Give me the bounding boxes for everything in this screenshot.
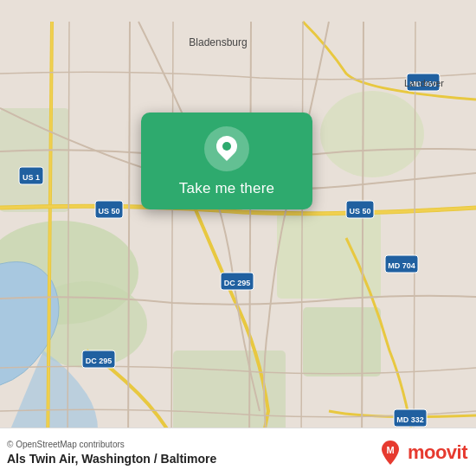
location-card: Take me there xyxy=(141,113,312,209)
svg-rect-6 xyxy=(0,108,69,212)
bottom-left-info: © OpenStreetMap contributors Als Twin Ai… xyxy=(7,440,216,466)
svg-point-5 xyxy=(320,91,424,177)
take-me-there-button[interactable]: Take me there xyxy=(179,180,274,197)
svg-text:M: M xyxy=(386,445,394,455)
svg-text:MD 704: MD 704 xyxy=(388,261,415,270)
svg-rect-4 xyxy=(303,307,381,376)
svg-rect-3 xyxy=(277,212,381,299)
location-name: Als Twin Air, Washington / Baltimore xyxy=(7,452,216,466)
svg-text:US 50: US 50 xyxy=(98,207,119,215)
location-icon-wrapper xyxy=(204,126,249,171)
bottom-bar: © OpenStreetMap contributors Als Twin Ai… xyxy=(0,428,476,476)
svg-text:MD 332: MD 332 xyxy=(396,415,424,424)
osm-attribution: © OpenStreetMap contributors xyxy=(7,440,216,449)
svg-text:US 1: US 1 xyxy=(23,173,40,182)
svg-text:Bladensburg: Bladensburg xyxy=(189,36,247,48)
map-container: US 1 US 50 US 50 DC 295 DC 295 MD 704 MD… xyxy=(0,0,476,476)
svg-text:Landover: Landover xyxy=(404,78,444,88)
moovit-icon: M xyxy=(376,439,404,466)
moovit-text: moovit xyxy=(408,441,467,464)
svg-text:DC 295: DC 295 xyxy=(224,279,251,287)
svg-text:US 50: US 50 xyxy=(349,207,370,215)
location-pin-icon xyxy=(211,133,242,164)
moovit-logo: M moovit xyxy=(376,439,467,466)
map-background: US 1 US 50 US 50 DC 295 DC 295 MD 704 MD… xyxy=(0,0,476,476)
svg-text:DC 295: DC 295 xyxy=(86,357,113,365)
